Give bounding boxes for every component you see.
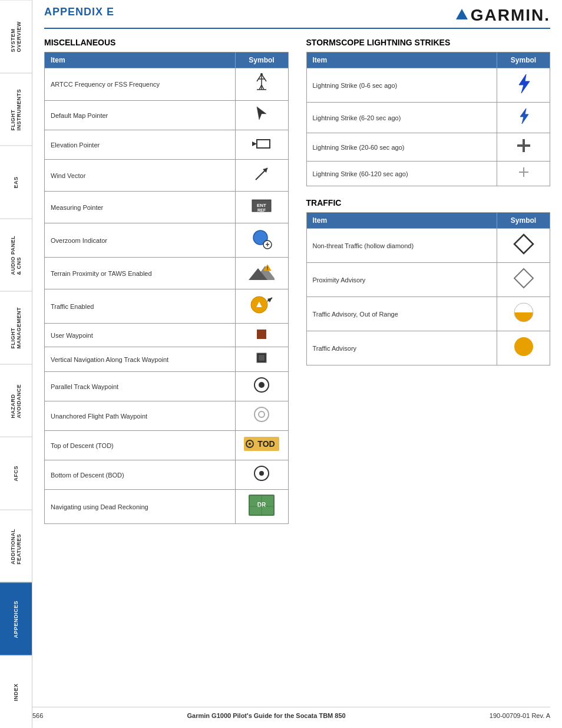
table-row: Non-threat Traffic (hollow diamond) [306, 229, 550, 263]
misc-item-elevation: Elevation Pointer [45, 130, 236, 160]
misc-item-artcc: ARTCC Frequency or FSS Frequency [45, 68, 236, 101]
footer-doc-number: 190-00709-01 Rev. A [490, 712, 550, 719]
parallel-track-icon [253, 377, 270, 393]
misc-item-dr: Navigating using Dead Reckoning [45, 490, 236, 524]
table-row: Traffic Enabled ▲ [45, 289, 289, 324]
svg-text:+: + [265, 241, 269, 249]
table-row: Elevation Pointer [45, 130, 289, 160]
storm-col-symbol: Symbol [497, 52, 550, 68]
sidebar-tab-system-overview[interactable]: SYSTEMOVERVIEW [0, 0, 32, 73]
table-row: Wind Vector [45, 160, 289, 192]
storm-col-item: Item [306, 52, 497, 68]
misc-item-wind-vector: Wind Vector [45, 160, 236, 192]
sidebar-tab-afcs[interactable]: AFCS [0, 437, 32, 510]
misc-item-default-map: Default Map Pointer [45, 101, 236, 130]
appendix-title: APPENDIX E [44, 6, 114, 18]
table-row: Unanchored Flight Path Waypoint [45, 401, 289, 431]
lightning-20-60-icon [516, 138, 531, 153]
svg-marker-45 [514, 235, 533, 253]
misc-sym-terrain: ! [235, 258, 288, 289]
storm-sym-60-120 [497, 162, 550, 186]
storm-sym-0-6 [497, 68, 550, 103]
sidebar-tab-hazard-avoidance[interactable]: HAZARDAVOIDANCE [0, 364, 32, 437]
storm-item-20-60: Lightning Strike (20-60 sec ago) [306, 133, 497, 162]
lightning-0-6-icon [515, 73, 532, 94]
table-row: Navigating using Dead Reckoning DR [45, 490, 289, 524]
misc-sym-elevation [235, 130, 288, 160]
table-row: Traffic Advisory [306, 331, 550, 365]
svg-text:TOD: TOD [257, 439, 275, 449]
table-row: Lightning Strike (60-120 sec ago) [306, 162, 550, 186]
misc-col-item: Item [45, 52, 236, 68]
misc-sym-parallel-track [235, 372, 288, 401]
garmin-logo: GARMIN. [456, 6, 550, 25]
traffic-enabled-icon: ▲ [250, 294, 273, 315]
misc-item-bod: Bottom of Descent (BOD) [45, 460, 236, 490]
sidebar-tab-flight-management[interactable]: FLIGHTMANAGEMENT [0, 291, 32, 364]
table-row: Vertical Navigation Along Track Waypoint [45, 347, 289, 372]
dead-reckoning-icon: DR [249, 495, 275, 516]
storm-sym-6-20 [497, 103, 550, 133]
svg-rect-42 [517, 144, 530, 147]
misc-sym-tod: TOD [235, 431, 288, 460]
table-row: Terrain Proximity or TAWS Enabled ! [45, 258, 289, 289]
misc-item-terrain: Terrain Proximity or TAWS Enabled [45, 258, 236, 289]
svg-rect-44 [519, 172, 528, 173]
svg-line-2 [257, 74, 262, 81]
misc-sym-overzoom: + [235, 223, 288, 258]
traffic-col-symbol: Symbol [497, 213, 550, 229]
vnav-waypoint-icon [256, 352, 267, 364]
table-row: Default Map Pointer [45, 101, 289, 130]
table-row: User Waypoint [45, 324, 289, 347]
svg-marker-46 [514, 269, 533, 288]
miscellaneous-section: MISCELLANEOUS Item Symbol ARTCC Frequenc… [44, 38, 289, 536]
misc-sym-vnav [235, 347, 288, 372]
table-row: Parallel Track Waypoint [45, 372, 289, 401]
sidebar-tab-additional-features[interactable]: ADDITIONALFEATURES [0, 510, 32, 583]
svg-text:ENT: ENT [257, 203, 266, 208]
traffic-col-item: Item [306, 213, 497, 229]
proximity-advisory-icon [513, 268, 534, 289]
traffic-item-proximity: Proximity Advisory [306, 263, 497, 297]
table-row: Lightning Strike (6-20 sec ago) [306, 103, 550, 133]
sidebar-tab-flight-instruments[interactable]: FLIGHTINSTRUMENTS [0, 73, 32, 146]
traffic-item-advisory-oor: Traffic Advisory, Out of Range [306, 297, 497, 331]
misc-item-overzoom: Overzoom Indicator [45, 223, 236, 258]
tod-icon: TOD [244, 436, 279, 452]
miscellaneous-title: MISCELLANEOUS [44, 38, 289, 47]
storm-item-60-120: Lightning Strike (60-120 sec ago) [306, 162, 497, 186]
svg-text:▲: ▲ [254, 299, 264, 309]
traffic-sym-advisory-oor [497, 297, 550, 331]
traffic-advisory-icon [513, 336, 534, 357]
unanchored-waypoint-icon [253, 406, 270, 423]
overzoom-icon: + [251, 228, 272, 249]
lightning-6-20-icon [517, 107, 530, 125]
traffic-title: TRAFFIC [306, 198, 551, 207]
traffic-sym-non-threat [497, 229, 550, 263]
bod-icon [253, 465, 270, 482]
table-row: Proximity Advisory [306, 263, 550, 297]
svg-point-27 [259, 382, 265, 388]
sidebar-tab-appendices[interactable]: APPENDICES [0, 582, 32, 655]
svg-rect-8 [257, 140, 270, 148]
wind-vector-icon [252, 164, 271, 183]
elevation-pointer-icon [251, 135, 272, 151]
sidebar-tab-index[interactable]: INDEX [0, 655, 32, 729]
sidebar-tab-eas[interactable]: EAS [0, 146, 32, 219]
svg-point-51 [514, 337, 533, 356]
table-row: Lightning Strike (20-60 sec ago) [306, 133, 550, 162]
misc-item-traffic-enabled: Traffic Enabled [45, 289, 236, 324]
stormscope-title: STORMSCOPE LIGHTNING STRIKES [306, 38, 551, 47]
table-row: Measuring Pointer ENT REF [45, 192, 289, 223]
misc-sym-default-map [235, 101, 288, 130]
page-footer: 566 Garmin G1000 Pilot's Guide for the S… [32, 707, 550, 719]
svg-point-29 [259, 411, 265, 417]
miscellaneous-table: Item Symbol ARTCC Frequency or FSS Frequ… [44, 52, 289, 524]
svg-point-5 [260, 73, 263, 75]
sidebar-tab-audio-panel[interactable]: AUDIO PANEL& CNS [0, 219, 32, 292]
misc-sym-unanchored [235, 401, 288, 431]
misc-sym-wind-vector [235, 160, 288, 192]
storm-item-6-20: Lightning Strike (6-20 sec ago) [306, 103, 497, 133]
artcc-symbol-icon [252, 73, 271, 92]
misc-sym-dr: DR [235, 490, 288, 524]
